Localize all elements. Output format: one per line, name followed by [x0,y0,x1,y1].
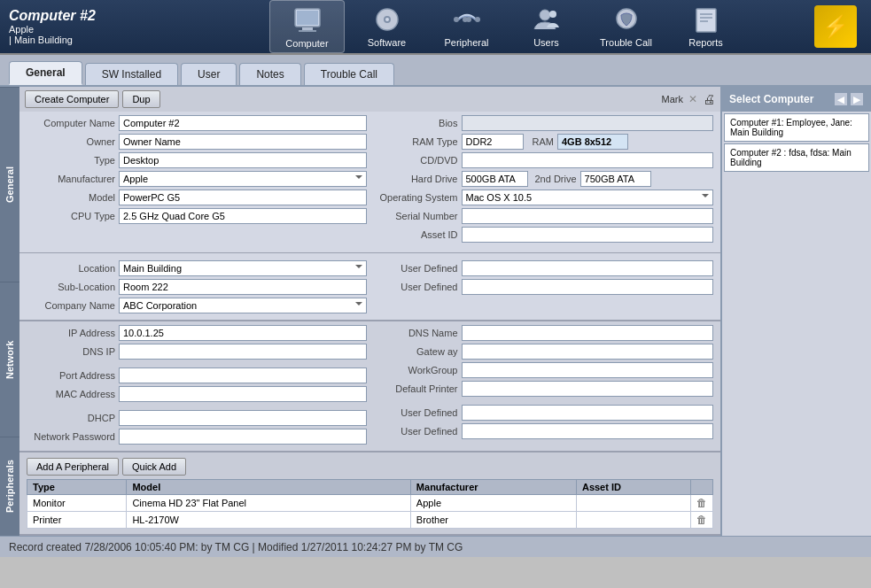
tab-sw-installed[interactable]: SW Installed [85,63,178,85]
computer-list-item[interactable]: Computer #1: Employee, Jane: Main Buildi… [724,113,869,142]
nav-computer[interactable]: Computer [269,0,345,53]
input-sublocation[interactable] [119,279,367,295]
input-ram[interactable] [557,134,628,150]
label-hard-drive: Hard Drive [374,174,458,184]
input-model[interactable] [119,190,367,205]
field-ip-address: IP Address [27,325,367,341]
label-cddvd: CD/DVD [374,155,458,166]
col-model: Model [127,480,410,495]
label-dhcp: DHCP [27,413,115,423]
label-network-password: Network Password [27,431,115,442]
input-net-user-defined-1[interactable] [462,405,714,421]
col-actions [691,480,713,495]
input-type[interactable] [119,152,367,168]
input-gateway[interactable] [462,344,714,360]
cell-delete: 🗑 [691,512,713,529]
field-dns-name: DNS Name [374,325,714,341]
nav-users[interactable]: Users [509,0,584,53]
create-computer-button[interactable]: Create Computer [25,90,119,108]
field-gateway: Gatew ay [374,344,714,360]
peripheral-nav-icon [451,4,483,35]
input-dhcp[interactable] [119,410,367,426]
field-asset-id: Asset ID [374,227,714,243]
input-port-address[interactable] [119,368,367,383]
field-owner: Owner [27,134,367,150]
input-user-defined-1[interactable] [462,260,714,276]
add-peripheral-button[interactable]: Add A Peripheral [27,458,119,476]
nav-trouble-call[interactable]: Trouble Call [588,0,664,53]
input-cddvd[interactable] [462,152,714,168]
nav-peripheral[interactable]: Peripheral [429,0,504,53]
form-area: Create Computer Dup Mark ✕ 🖨 Computer Na… [19,87,720,536]
input-cpu-type[interactable] [119,208,367,224]
network-right: DNS Name Gatew ay WorkGroup Default Prin… [374,325,714,447]
tab-notes[interactable]: Notes [239,63,300,85]
right-panel-header: Select Computer ◀ ▶ [722,87,871,112]
svg-point-12 [549,11,556,18]
input-serial[interactable] [462,208,714,224]
svg-point-10 [466,17,471,22]
computer-list-item[interactable]: Computer #2 : fdsa, fdsa: Main Building [724,143,869,172]
input-2nd-drive[interactable] [580,171,651,187]
select-os[interactable]: Mac OS X 10.5 [462,190,714,205]
select-location[interactable]: Main Building [119,260,367,276]
print-icon[interactable]: 🖨 [703,92,715,106]
input-ip-address[interactable] [119,325,367,341]
svg-rect-2 [302,27,313,30]
tab-trouble-call[interactable]: Trouble Call [304,63,394,85]
field-dhcp: DHCP [27,410,367,426]
network-left: IP Address DNS IP Port Address MAC Addre… [27,325,367,447]
reports-nav-icon [690,4,722,35]
input-mac-address[interactable] [119,386,367,402]
label-location: Location [27,263,115,274]
input-computer-name[interactable] [119,115,367,131]
location-left: Location Main Building Sub-Location Comp… [27,260,367,316]
next-computer-button[interactable]: ▶ [850,92,864,106]
label-os: Operating System [374,192,458,203]
input-hard-drive[interactable] [462,171,528,187]
nav-reports[interactable]: Reports [668,0,743,53]
field-cpu-type: CPU Type [27,208,367,224]
nav-software[interactable]: Software [349,0,424,53]
general-section: Computer Name Owner Type Manufacturer [19,112,720,321]
trouble-call-nav-icon [610,4,642,35]
dup-button[interactable]: Dup [122,90,159,108]
label-company-name: Company Name [27,300,115,311]
nav-computer-label: Computer [285,38,328,49]
cell-type: Printer [27,512,127,529]
delete-row-button[interactable]: 🗑 [696,514,707,526]
input-dns-ip[interactable] [119,344,367,360]
prev-computer-button[interactable]: ◀ [834,92,848,106]
field-cddvd: CD/DVD [374,152,714,168]
header: Computer #2 Apple | Main Building Comput… [0,0,871,55]
cell-model: Cinema HD 23" Flat Panel [127,495,410,512]
peripheral-table: Type Model Manufacturer Asset ID Monitor… [27,479,713,529]
status-text: Record created 7/28/2006 10:05:40 PM: by… [9,541,463,553]
field-user-defined-2: User Defined [374,279,714,295]
input-default-printer[interactable] [462,381,714,397]
select-manufacturer[interactable]: Apple [119,171,367,187]
input-bios[interactable] [462,115,714,131]
computer-list: Computer #1: Employee, Jane: Main Buildi… [722,112,871,536]
input-network-password[interactable] [119,429,367,445]
select-company-name[interactable]: ABC Corporation [119,298,367,313]
quick-add-button[interactable]: Quick Add [122,458,186,476]
label-port-address: Port Address [27,370,115,381]
field-model: Model [27,190,367,205]
table-row: Monitor Cinema HD 23" Flat Panel Apple 🗑 [27,495,713,512]
mark-close-icon[interactable]: ✕ [688,93,697,105]
input-asset-id[interactable] [462,227,714,243]
input-workgroup[interactable] [462,362,714,378]
input-net-user-defined-2[interactable] [462,423,714,439]
input-user-defined-2[interactable] [462,279,714,295]
label-user-defined-1: User Defined [374,263,458,274]
tab-user[interactable]: User [181,63,237,85]
field-manufacturer: Manufacturer Apple [27,171,367,187]
input-ram-type[interactable] [462,134,524,150]
input-owner[interactable] [119,134,367,150]
delete-row-button[interactable]: 🗑 [696,497,707,509]
label-ip-address: IP Address [27,328,115,338]
svg-rect-1 [297,11,318,25]
input-dns-name[interactable] [462,325,714,341]
tab-general[interactable]: General [9,61,82,85]
